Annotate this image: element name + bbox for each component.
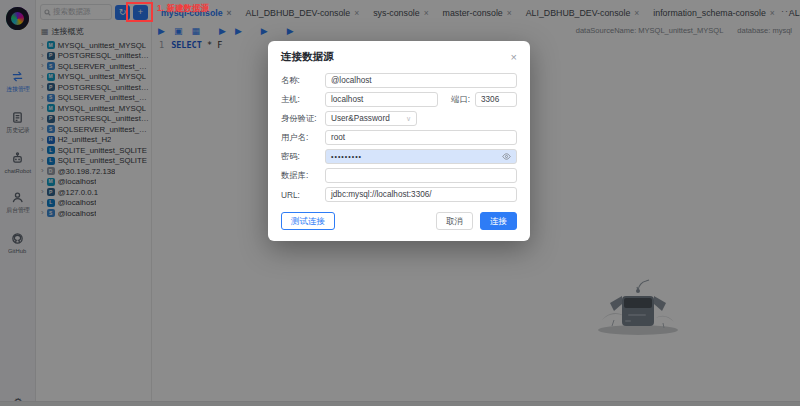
test-connection-button[interactable]: 测试连接 [281, 212, 335, 230]
password-label: 密码: [281, 151, 325, 162]
auth-select-value: User&Password [331, 114, 390, 123]
url-label: URL: [281, 190, 325, 200]
annotation-step-label: 1. 新建数据源 [157, 3, 209, 15]
host-port-row: 主机: localhost 端口: 3306 [281, 92, 517, 107]
auth-select[interactable]: User&Password ∨ [325, 111, 417, 126]
connect-datasource-modal: 连接数据源 × 名称: @localhost 主机: localhost 端口:… [268, 41, 530, 241]
host-label: 主机: [281, 94, 325, 105]
password-value: ••••••••• [331, 153, 362, 160]
port-input[interactable]: 3306 [475, 92, 517, 107]
chevron-down-icon: ∨ [406, 115, 411, 123]
url-input[interactable]: jdbc:mysql://localhost:3306/ [325, 187, 517, 202]
url-field-row: URL: jdbc:mysql://localhost:3306/ [281, 187, 517, 202]
modal-footer: 测试连接 取消 连接 [281, 212, 517, 230]
database-label: 数据库: [281, 170, 325, 181]
database-field-row: 数据库: [281, 168, 517, 183]
auth-field-row: 身份验证: User&Password ∨ [281, 111, 517, 126]
modal-header: 连接数据源 × [281, 50, 517, 64]
port-label: 端口: [446, 94, 470, 105]
eye-icon[interactable] [502, 152, 511, 161]
name-label: 名称: [281, 75, 325, 86]
name-input[interactable]: @localhost [325, 73, 517, 88]
app-window: 连接管理 历史记录 chatRobot 后台管理 GitHub ⚙ 搜索数据源 … [0, 0, 800, 406]
annotation-highlight-box [126, 2, 153, 22]
connect-button[interactable]: 连接 [480, 212, 517, 230]
user-field-row: 用户名: root [281, 130, 517, 145]
username-label: 用户名: [281, 132, 325, 143]
username-input[interactable]: root [325, 130, 517, 145]
cancel-button[interactable]: 取消 [436, 212, 473, 230]
auth-label: 身份验证: [281, 113, 325, 124]
name-field-row: 名称: @localhost [281, 73, 517, 88]
database-input[interactable] [325, 168, 517, 183]
modal-title: 连接数据源 [281, 50, 334, 64]
close-icon[interactable]: × [511, 52, 517, 63]
host-input[interactable]: localhost [325, 92, 438, 107]
password-field-row: 密码: ••••••••• [281, 149, 517, 164]
password-input[interactable]: ••••••••• [325, 149, 517, 164]
